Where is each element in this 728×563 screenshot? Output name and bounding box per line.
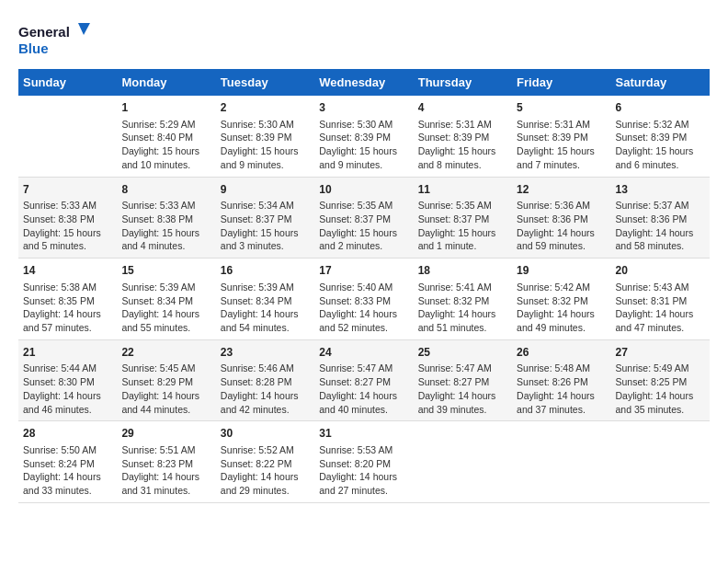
day-cell: 9Sunrise: 5:34 AM Sunset: 8:37 PM Daylig… xyxy=(216,177,314,259)
header-cell-monday: Monday xyxy=(117,69,215,96)
day-number: 22 xyxy=(121,345,210,361)
day-info: Sunrise: 5:53 AM Sunset: 8:20 PM Dayligh… xyxy=(319,443,408,498)
day-info: Sunrise: 5:47 AM Sunset: 8:27 PM Dayligh… xyxy=(319,362,408,416)
header-cell-friday: Friday xyxy=(512,69,610,96)
day-cell: 14Sunrise: 5:38 AM Sunset: 8:35 PM Dayli… xyxy=(18,259,117,340)
day-number: 30 xyxy=(221,426,310,442)
day-info: Sunrise: 5:35 AM Sunset: 8:37 PM Dayligh… xyxy=(319,199,408,253)
header-cell-tuesday: Tuesday xyxy=(216,69,314,96)
day-number: 11 xyxy=(418,182,507,198)
day-cell: 16Sunrise: 5:39 AM Sunset: 8:34 PM Dayli… xyxy=(216,259,314,340)
day-cell: 12Sunrise: 5:36 AM Sunset: 8:36 PM Dayli… xyxy=(512,177,610,259)
day-info: Sunrise: 5:29 AM Sunset: 8:40 PM Dayligh… xyxy=(121,118,210,172)
day-number: 27 xyxy=(616,345,705,361)
header-cell-saturday: Saturday xyxy=(611,69,710,96)
day-cell: 15Sunrise: 5:39 AM Sunset: 8:34 PM Dayli… xyxy=(117,259,215,340)
day-info: Sunrise: 5:34 AM Sunset: 8:37 PM Dayligh… xyxy=(221,199,310,253)
day-cell: 24Sunrise: 5:47 AM Sunset: 8:27 PM Dayli… xyxy=(314,339,413,421)
day-info: Sunrise: 5:42 AM Sunset: 8:32 PM Dayligh… xyxy=(517,281,606,335)
day-number: 5 xyxy=(517,100,606,116)
day-number: 1 xyxy=(121,100,210,116)
day-cell: 6Sunrise: 5:32 AM Sunset: 8:39 PM Daylig… xyxy=(611,96,710,177)
day-number: 7 xyxy=(23,182,112,198)
day-cell xyxy=(512,421,610,503)
day-info: Sunrise: 5:33 AM Sunset: 8:38 PM Dayligh… xyxy=(23,199,112,253)
day-cell: 21Sunrise: 5:44 AM Sunset: 8:30 PM Dayli… xyxy=(18,339,117,421)
day-cell: 23Sunrise: 5:46 AM Sunset: 8:28 PM Dayli… xyxy=(216,339,314,421)
day-number: 21 xyxy=(23,345,112,361)
day-info: Sunrise: 5:38 AM Sunset: 8:35 PM Dayligh… xyxy=(23,281,112,335)
day-number: 23 xyxy=(221,345,310,361)
week-row-5: 28Sunrise: 5:50 AM Sunset: 8:24 PM Dayli… xyxy=(18,421,710,503)
day-cell xyxy=(414,421,512,503)
day-number: 25 xyxy=(418,345,507,361)
week-row-4: 21Sunrise: 5:44 AM Sunset: 8:30 PM Dayli… xyxy=(18,339,710,421)
day-info: Sunrise: 5:47 AM Sunset: 8:27 PM Dayligh… xyxy=(418,362,507,416)
svg-text:Blue: Blue xyxy=(18,40,49,56)
day-info: Sunrise: 5:52 AM Sunset: 8:22 PM Dayligh… xyxy=(221,443,310,498)
day-number: 8 xyxy=(121,182,210,198)
day-number: 15 xyxy=(121,263,210,279)
day-info: Sunrise: 5:37 AM Sunset: 8:36 PM Dayligh… xyxy=(616,199,705,253)
page-header: General Blue xyxy=(18,18,710,60)
day-number: 4 xyxy=(418,100,507,116)
day-cell: 17Sunrise: 5:40 AM Sunset: 8:33 PM Dayli… xyxy=(314,259,413,340)
day-number: 16 xyxy=(221,263,310,279)
day-number: 26 xyxy=(517,345,606,361)
day-number: 17 xyxy=(319,263,408,279)
day-number: 12 xyxy=(517,182,606,198)
day-number: 6 xyxy=(616,100,705,116)
day-cell xyxy=(611,421,710,503)
calendar-table: SundayMondayTuesdayWednesdayThursdayFrid… xyxy=(18,69,710,503)
week-row-2: 7Sunrise: 5:33 AM Sunset: 8:38 PM Daylig… xyxy=(18,177,710,259)
day-cell: 27Sunrise: 5:49 AM Sunset: 8:25 PM Dayli… xyxy=(611,339,710,421)
day-info: Sunrise: 5:51 AM Sunset: 8:23 PM Dayligh… xyxy=(121,443,210,498)
day-info: Sunrise: 5:31 AM Sunset: 8:39 PM Dayligh… xyxy=(517,118,606,172)
day-info: Sunrise: 5:49 AM Sunset: 8:25 PM Dayligh… xyxy=(616,362,705,416)
header-cell-sunday: Sunday xyxy=(18,69,117,96)
day-cell: 11Sunrise: 5:35 AM Sunset: 8:37 PM Dayli… xyxy=(414,177,512,259)
day-cell: 22Sunrise: 5:45 AM Sunset: 8:29 PM Dayli… xyxy=(117,339,215,421)
week-row-1: 1Sunrise: 5:29 AM Sunset: 8:40 PM Daylig… xyxy=(18,96,710,177)
day-info: Sunrise: 5:32 AM Sunset: 8:39 PM Dayligh… xyxy=(616,118,705,172)
day-cell: 28Sunrise: 5:50 AM Sunset: 8:24 PM Dayli… xyxy=(18,421,117,503)
day-cell: 18Sunrise: 5:41 AM Sunset: 8:32 PM Dayli… xyxy=(414,259,512,340)
day-cell: 5Sunrise: 5:31 AM Sunset: 8:39 PM Daylig… xyxy=(512,96,610,177)
day-info: Sunrise: 5:44 AM Sunset: 8:30 PM Dayligh… xyxy=(23,362,112,416)
day-cell: 29Sunrise: 5:51 AM Sunset: 8:23 PM Dayli… xyxy=(117,421,215,503)
day-number: 31 xyxy=(319,426,408,442)
day-cell: 7Sunrise: 5:33 AM Sunset: 8:38 PM Daylig… xyxy=(18,177,117,259)
day-info: Sunrise: 5:50 AM Sunset: 8:24 PM Dayligh… xyxy=(23,443,112,498)
day-cell: 25Sunrise: 5:47 AM Sunset: 8:27 PM Dayli… xyxy=(414,339,512,421)
day-number: 13 xyxy=(616,182,705,198)
day-info: Sunrise: 5:31 AM Sunset: 8:39 PM Dayligh… xyxy=(418,118,507,172)
day-info: Sunrise: 5:30 AM Sunset: 8:39 PM Dayligh… xyxy=(221,118,310,172)
day-number: 14 xyxy=(23,263,112,279)
calendar-body: 1Sunrise: 5:29 AM Sunset: 8:40 PM Daylig… xyxy=(18,96,710,502)
day-info: Sunrise: 5:33 AM Sunset: 8:38 PM Dayligh… xyxy=(121,199,210,253)
day-cell: 2Sunrise: 5:30 AM Sunset: 8:39 PM Daylig… xyxy=(216,96,314,177)
day-cell: 3Sunrise: 5:30 AM Sunset: 8:39 PM Daylig… xyxy=(314,96,413,177)
day-cell: 31Sunrise: 5:53 AM Sunset: 8:20 PM Dayli… xyxy=(314,421,413,503)
logo-svg: General Blue xyxy=(18,18,92,60)
day-info: Sunrise: 5:41 AM Sunset: 8:32 PM Dayligh… xyxy=(418,281,507,335)
day-info: Sunrise: 5:39 AM Sunset: 8:34 PM Dayligh… xyxy=(221,281,310,335)
day-number: 20 xyxy=(616,263,705,279)
day-info: Sunrise: 5:36 AM Sunset: 8:36 PM Dayligh… xyxy=(517,199,606,253)
day-number: 19 xyxy=(517,263,606,279)
day-number: 24 xyxy=(319,345,408,361)
day-cell: 13Sunrise: 5:37 AM Sunset: 8:36 PM Dayli… xyxy=(611,177,710,259)
day-info: Sunrise: 5:45 AM Sunset: 8:29 PM Dayligh… xyxy=(121,362,210,416)
calendar-header: SundayMondayTuesdayWednesdayThursdayFrid… xyxy=(18,69,710,96)
day-cell: 10Sunrise: 5:35 AM Sunset: 8:37 PM Dayli… xyxy=(314,177,413,259)
svg-text:General: General xyxy=(18,24,70,40)
day-cell: 8Sunrise: 5:33 AM Sunset: 8:38 PM Daylig… xyxy=(117,177,215,259)
day-cell: 19Sunrise: 5:42 AM Sunset: 8:32 PM Dayli… xyxy=(512,259,610,340)
day-number: 2 xyxy=(221,100,310,116)
day-cell: 30Sunrise: 5:52 AM Sunset: 8:22 PM Dayli… xyxy=(216,421,314,503)
day-number: 10 xyxy=(319,182,408,198)
day-number: 18 xyxy=(418,263,507,279)
day-cell: 4Sunrise: 5:31 AM Sunset: 8:39 PM Daylig… xyxy=(414,96,512,177)
day-info: Sunrise: 5:40 AM Sunset: 8:33 PM Dayligh… xyxy=(319,281,408,335)
day-number: 28 xyxy=(23,426,112,442)
